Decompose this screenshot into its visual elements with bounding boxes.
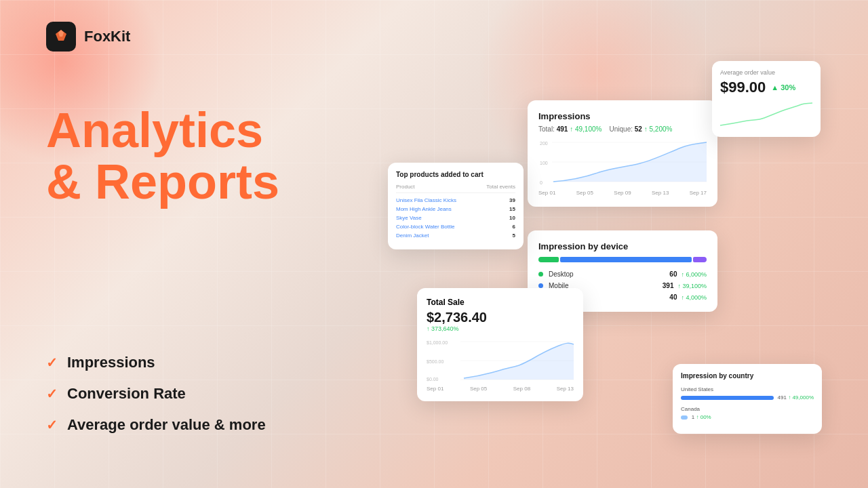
unique-change: ↑ 5,200% bbox=[644, 125, 673, 133]
products-col-name: Product bbox=[396, 184, 415, 190]
device-row-desktop: Desktop 60 ↑ 6,000% bbox=[538, 270, 707, 278]
product-row-5: Denim Jacket 5 bbox=[396, 232, 515, 239]
chart-x-labels: Sep 01 Sep 05 Sep 09 Sep 13 Sep 17 bbox=[538, 190, 707, 196]
svg-text:$1,000.00: $1,000.00 bbox=[427, 340, 448, 345]
product-row-1: Unisex Fila Classic Kicks 39 bbox=[396, 197, 515, 203]
logo-area: FoxKit bbox=[46, 22, 130, 52]
products-card-title: Top products added to cart bbox=[396, 171, 515, 178]
mobile-count: 391 bbox=[663, 282, 674, 289]
sale-chart-x-labels: Sep 01 Sep 05 Sep 08 Sep 13 bbox=[427, 386, 574, 392]
device-bar bbox=[538, 257, 707, 262]
headline-line1: Analytics & Reports bbox=[46, 105, 279, 207]
desktop-bar bbox=[538, 257, 559, 262]
svg-text:100: 100 bbox=[540, 161, 548, 165]
total-value: 491 bbox=[557, 125, 568, 133]
unique-value: 52 bbox=[635, 125, 642, 133]
products-card: Top products added to cart Product Total… bbox=[388, 163, 524, 249]
total-label: Total: bbox=[538, 125, 555, 133]
logo-text: FoxKit bbox=[84, 28, 130, 45]
product-row-3: Skye Vase 10 bbox=[396, 215, 515, 221]
device-card-title: Impression by device bbox=[538, 241, 707, 251]
total-change: ↑ 49,100% bbox=[570, 125, 601, 133]
svg-text:200: 200 bbox=[540, 141, 548, 146]
sale-value: $2,736.40 bbox=[427, 310, 574, 325]
mobile-dot bbox=[538, 283, 543, 288]
country-row-ca: Canada 1 ↑ 00% bbox=[681, 406, 814, 420]
products-header: Product Total events bbox=[396, 184, 515, 193]
product-row-2: Mom High Ankle Jeans 15 bbox=[396, 206, 515, 212]
products-table: Product Total events Unisex Fila Classic… bbox=[396, 184, 515, 239]
tablet-bar bbox=[693, 257, 707, 262]
product-row-4: Color-block Water Bottle 6 bbox=[396, 224, 515, 230]
impressions-chart: 200 100 0 bbox=[538, 140, 707, 187]
feature-conversion: ✓ Conversion Rate bbox=[46, 385, 266, 403]
check-icon-1: ✓ bbox=[46, 354, 58, 371]
desktop-count: 60 bbox=[669, 270, 677, 278]
products-col-events: Total events bbox=[486, 184, 515, 190]
country-card: Impression by country United States 491 … bbox=[673, 364, 822, 434]
unique-label: Unique: bbox=[610, 125, 633, 133]
aov-value-row: $99.00 ▲ 30% bbox=[720, 79, 812, 96]
country-card-title: Impression by country bbox=[681, 372, 814, 380]
aov-value: $99.00 bbox=[720, 79, 766, 96]
aov-change: ▲ 30% bbox=[771, 83, 795, 92]
tablet-change: ↑ 4,000% bbox=[681, 294, 707, 301]
desktop-dot bbox=[538, 272, 543, 277]
svg-text:$500.00: $500.00 bbox=[427, 359, 443, 364]
aov-chart bbox=[720, 102, 812, 129]
impressions-stats: Total: 491 ↑ 49,100% Unique: 52 ↑ 5,200% bbox=[538, 125, 707, 133]
mobile-bar bbox=[560, 257, 692, 262]
sale-change: ↑ 373,640% bbox=[427, 325, 574, 332]
aov-card: Average order value $99.00 ▲ 30% bbox=[712, 61, 821, 137]
ca-bar bbox=[681, 415, 688, 420]
check-icon-3: ✓ bbox=[46, 417, 58, 433]
svg-text:$0.00: $0.00 bbox=[427, 377, 439, 382]
impressions-card: Impressions Total: 491 ↑ 49,100% Unique:… bbox=[528, 100, 717, 207]
sale-title: Total Sale bbox=[427, 298, 574, 307]
logo-icon bbox=[46, 22, 76, 52]
country-row-us: United States 491 ↑ 49,000% bbox=[681, 386, 814, 401]
aov-label: Average order value bbox=[720, 69, 812, 76]
desktop-change: ↑ 6,000% bbox=[681, 271, 707, 278]
desktop-label: Desktop bbox=[549, 270, 669, 278]
headline-area: Analytics & Reports bbox=[46, 105, 279, 207]
sale-chart: $1,000.00 $500.00 $0.00 bbox=[427, 339, 574, 383]
mobile-change: ↑ 39,100% bbox=[677, 283, 707, 289]
total-sale-card: Total Sale $2,736.40 ↑ 373,640% $1,000.0… bbox=[417, 288, 583, 401]
check-icon-2: ✓ bbox=[46, 386, 58, 402]
features-list: ✓ Impressions ✓ Conversion Rate ✓ Averag… bbox=[46, 354, 266, 434]
feature-aov: ✓ Average order value & more bbox=[46, 416, 266, 434]
tablet-count: 40 bbox=[669, 293, 677, 301]
us-bar bbox=[681, 396, 774, 400]
feature-impressions: ✓ Impressions bbox=[46, 354, 266, 371]
impressions-card-title: Impressions bbox=[538, 111, 707, 121]
svg-text:0: 0 bbox=[540, 180, 542, 185]
